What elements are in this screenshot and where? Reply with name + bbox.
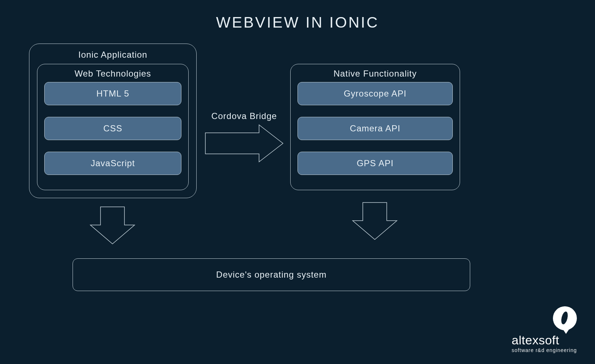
tech-pill-javascript: JavaScript (44, 152, 181, 175)
native-pill-gyroscope: Gyroscope API (298, 82, 453, 105)
cordova-bridge-label: Cordova Bridge (204, 111, 284, 121)
ionic-application-label: Ionic Application (29, 50, 196, 60)
tech-pill-label: JavaScript (91, 158, 135, 168)
arrow-down-right-icon (352, 202, 398, 240)
native-functionality-label: Native Functionality (291, 69, 460, 79)
native-pill-label: Camera API (350, 123, 400, 134)
arrow-down-left-icon (90, 206, 135, 245)
altexsoft-logo: altexsoft software r&d engineering (512, 306, 577, 353)
native-pill-label: GPS API (357, 158, 394, 168)
tech-pill-label: HTML 5 (97, 89, 129, 99)
device-os-label: Device's operating system (216, 270, 327, 280)
tech-pill-html5: HTML 5 (44, 82, 181, 105)
web-technologies-label: Web Technologies (37, 69, 188, 79)
logo-bubble-icon (553, 306, 577, 330)
native-pill-label: Gyroscope API (344, 89, 406, 99)
native-pill-camera: Camera API (298, 117, 453, 140)
logo-name: altexsoft (512, 333, 577, 347)
native-pill-gps: GPS API (298, 152, 453, 175)
diagram-title: WEBVIEW IN IONIC (0, 14, 595, 31)
tech-pill-css: CSS (44, 117, 181, 140)
arrow-right-icon (205, 124, 284, 163)
device-os-box: Device's operating system (73, 258, 470, 291)
logo-tagline: software r&d engineering (512, 347, 577, 353)
tech-pill-label: CSS (103, 123, 122, 134)
